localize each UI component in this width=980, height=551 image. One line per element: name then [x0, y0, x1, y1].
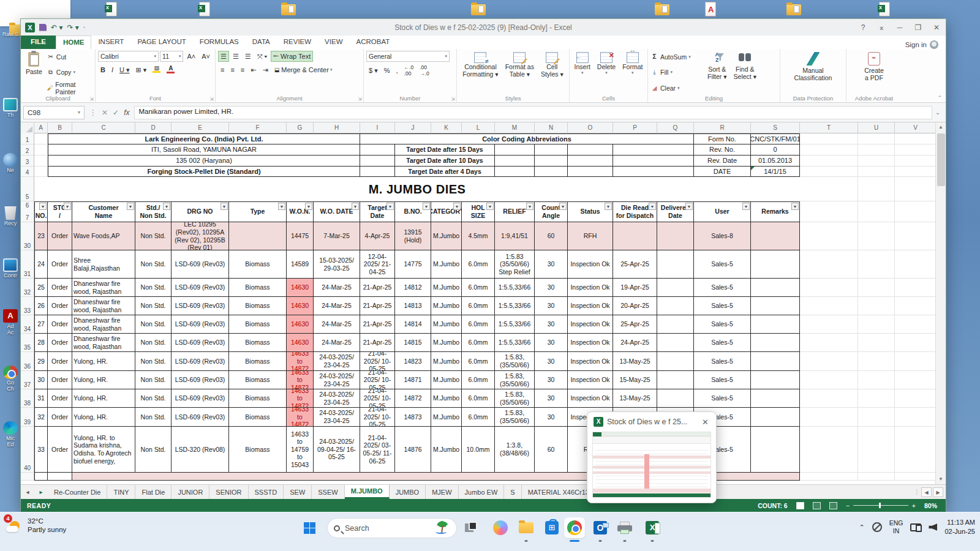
ribbon-tab-formulas[interactable]: FORMULAS	[193, 36, 246, 49]
filter-dropdown-button[interactable]: ▼	[649, 203, 656, 210]
cell[interactable]: 27	[34, 315, 48, 334]
desktop-icon-recycle-bin[interactable]: Recy	[1, 206, 20, 227]
cell[interactable]: 14630	[287, 315, 314, 334]
color-sample-cell[interactable]	[613, 156, 694, 167]
sheet-tab-mjew[interactable]: MJEW	[426, 485, 458, 499]
row-number[interactable]	[21, 473, 34, 481]
sheet-nav-right[interactable]: ▸	[34, 485, 48, 499]
cell[interactable]	[657, 279, 694, 297]
filter-dropdown-button[interactable]: ▼	[386, 203, 394, 210]
filter-dropdown-button[interactable]: ▼	[486, 203, 494, 210]
cell[interactable]: 1:5.83, (35/50/66)	[495, 389, 535, 408]
row-number[interactable]: 36	[21, 352, 34, 371]
insert-function-button[interactable]: fx	[124, 108, 129, 117]
align-left-button[interactable]: ≡	[218, 64, 227, 75]
cell[interactable]: 7-Mar-25	[314, 222, 360, 250]
row-number[interactable]: 39	[21, 408, 34, 427]
popup-close-button[interactable]: ✕	[701, 418, 710, 427]
wrap-text-button[interactable]: ⭰Wrap Text	[271, 51, 313, 62]
color-sample-cell[interactable]	[495, 144, 535, 156]
cell[interactable]: Sales-8	[694, 222, 751, 250]
filter-dropdown-button[interactable]: ▼	[352, 203, 359, 210]
column-header-U[interactable]: U	[858, 122, 895, 133]
cell[interactable]: 14871	[395, 371, 431, 389]
cell[interactable]: Yulong, HR.	[72, 389, 135, 408]
cell[interactable]: Order	[48, 279, 72, 297]
copy-button[interactable]: ⧉Copy ▾	[47, 67, 92, 78]
cell[interactable]: Dhaneshwar fire wood, Rajasthan	[72, 297, 135, 315]
decrease-indent-button[interactable]: ⇤	[248, 64, 258, 75]
sheet-tab-junior[interactable]: JUNIOR	[172, 485, 209, 499]
sheet-tab-material-x46cr13[interactable]: MATERIAL X46Cr13	[522, 485, 596, 499]
cell[interactable]: 21-04-2025/ 03-05-25/ 11-06-25	[360, 427, 395, 473]
cell[interactable]: Inspection Ok	[568, 352, 613, 371]
borders-button[interactable]: ⊞ ▾	[134, 64, 149, 75]
column-header-G[interactable]: G	[287, 122, 314, 133]
sheet-tab-s[interactable]: S	[504, 485, 521, 499]
cell[interactable]: 14630	[287, 334, 314, 352]
taskbar-copilot-icon[interactable]	[490, 517, 511, 538]
cell[interactable]: 1:5.83, (35/50/66)	[495, 371, 535, 389]
color-sample-cell[interactable]	[495, 167, 535, 177]
cell[interactable]: 6.0mm	[462, 408, 495, 427]
cell[interactable]: 24-03-2025/ 23-04-25	[314, 389, 360, 408]
color-sample-cell[interactable]	[535, 156, 568, 167]
clear-button[interactable]: ◢Clear ▾	[650, 83, 703, 93]
cell[interactable]: 30	[535, 352, 568, 371]
cell[interactable]: LSD-609 (Rev03)	[172, 371, 229, 389]
cell[interactable]	[657, 371, 694, 389]
cell[interactable]: 30	[535, 408, 568, 427]
number-dialog-launcher[interactable]: ⇲	[451, 96, 455, 102]
cell[interactable]: M.Jumbo	[431, 334, 462, 352]
cell[interactable]: 25-Apr-25	[613, 250, 657, 279]
decrease-font-button[interactable]: A˅	[199, 51, 213, 62]
scroll-up-arrow[interactable]: ▲	[936, 122, 946, 132]
minimize-button[interactable]: ─	[891, 19, 909, 36]
cell[interactable]: Non Std.	[135, 427, 172, 473]
cell[interactable]: LSD-609 (Rev03)	[172, 334, 229, 352]
orientation-button[interactable]: ⤧ ▾	[255, 51, 270, 62]
row-number[interactable]: 67	[21, 201, 34, 222]
filter-dropdown-button[interactable]: ▼	[791, 203, 799, 210]
cell[interactable]	[657, 352, 694, 371]
formula-input[interactable]: Manikaran power Limited, HR.	[134, 106, 932, 119]
alignment-dialog-launcher[interactable]: ⇲	[358, 96, 362, 102]
cell[interactable]: 14872	[395, 389, 431, 408]
ribbon-tab-file[interactable]: FILE	[21, 36, 56, 49]
column-header-H[interactable]: H	[314, 122, 360, 133]
desktop-icon-network[interactable]: Ne	[1, 153, 20, 174]
cell[interactable]: M.Jumbo	[431, 427, 462, 473]
align-middle-button[interactable]: ☰	[230, 51, 241, 62]
cell[interactable]: LSD-320 (Rev08)	[172, 427, 229, 473]
color-sample-cell[interactable]	[535, 167, 568, 177]
sort-filter-button[interactable]: AZSort &Filter ▾	[705, 51, 729, 94]
ribbon-tab-data[interactable]: DATA	[246, 36, 277, 49]
column-header-A[interactable]: A	[34, 122, 48, 133]
cell[interactable]: Order	[48, 250, 72, 279]
cell[interactable]: 4-Apr-25	[360, 222, 395, 250]
cell[interactable]: M.Jumbo	[431, 389, 462, 408]
cell[interactable]: 14813	[395, 297, 431, 315]
cell[interactable]: Non Std.	[135, 222, 172, 250]
cell[interactable]: Inspection Ok	[568, 297, 613, 315]
comma-style-button[interactable]: ,	[393, 65, 400, 76]
cell[interactable]	[751, 222, 800, 250]
cell[interactable]: Inspection Ok	[568, 389, 613, 408]
row-number[interactable]: 35	[21, 334, 34, 352]
language-indicator[interactable]: ENGIN	[889, 519, 903, 534]
cell[interactable]: 21-Apr-25	[360, 297, 395, 315]
cell[interactable]	[229, 222, 287, 250]
taskbar-chrome-icon[interactable]	[564, 517, 585, 538]
cell[interactable]: 21-Apr-25	[360, 315, 395, 334]
cell[interactable]: 1:5.5,33/66	[495, 297, 535, 315]
cell[interactable]	[751, 371, 800, 389]
cell[interactable]: 23	[34, 222, 48, 250]
cell[interactable]: 30	[535, 334, 568, 352]
filter-dropdown-button[interactable]: ▼	[305, 203, 312, 210]
row-number[interactable]: 31	[21, 250, 34, 279]
filter-dropdown-button[interactable]: ▼	[423, 203, 430, 210]
sheet-nav-left[interactable]: ◂	[21, 485, 34, 499]
cell[interactable]: Inspection Ok	[568, 315, 613, 334]
cast-icon[interactable]	[910, 523, 921, 531]
align-right-button[interactable]: ≡	[238, 64, 247, 75]
